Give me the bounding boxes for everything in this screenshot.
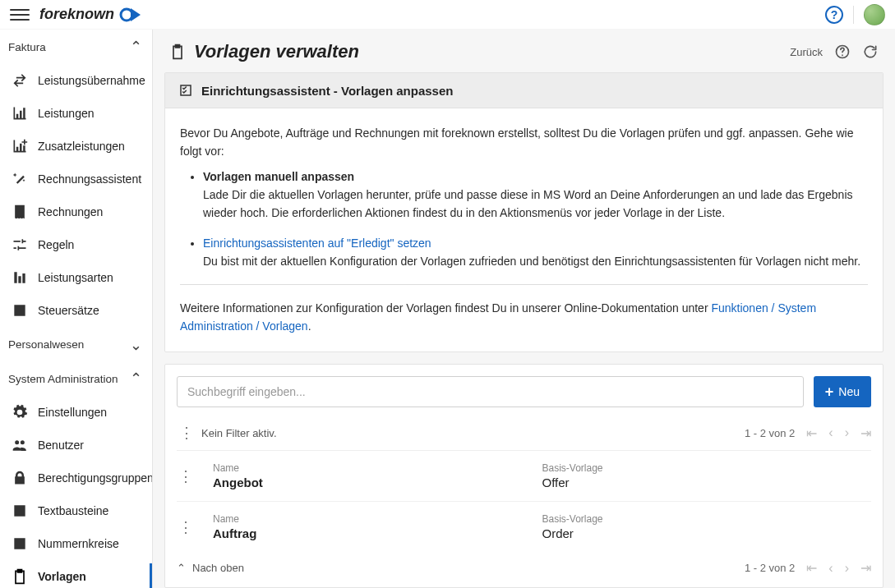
sidebar-item-label: Leistungen (38, 107, 95, 120)
chevron-up-icon: ⌃ (177, 562, 186, 574)
page-info: 1 - 2 von 2 (745, 562, 795, 574)
sidebar-item-label: Benutzer (38, 439, 84, 452)
plus-icon: + (825, 384, 834, 399)
avatar[interactable] (864, 4, 885, 25)
clipboard-icon (169, 44, 186, 60)
row-menu-button[interactable]: ⋮ (178, 467, 195, 485)
clipboard-icon (12, 568, 28, 585)
new-button[interactable]: + Neu (814, 376, 871, 407)
sidebar-item-leistungsarten[interactable]: Leistungsarten (0, 261, 152, 294)
filter-row: ⋮ Kein Filter aktiv. 1 - 2 von 2 ⇤ ‹ › ⇥ (177, 419, 871, 451)
sidebar-group-personalwesen[interactable]: Personalwesen ⌃ (0, 327, 152, 361)
wizard-bullet-title: Vorlagen manuell anpassen (203, 170, 354, 183)
sidebar-group-system-administration[interactable]: System Administration ⌃ (0, 361, 152, 396)
page-next-button[interactable]: › (845, 425, 849, 440)
number-icon (12, 535, 28, 552)
chevron-up-icon: ⌃ (130, 370, 142, 388)
row-base: Offer (542, 475, 872, 489)
sidebar-item-label: Einstellungen (38, 406, 107, 419)
template-list: ⋮ Name Angebot Basis-Vorlage Offer ⋮ Nam… (177, 451, 871, 552)
wizard-card-header: Einrichtungsassistent - Vorlagen anpasse… (165, 73, 883, 108)
sidebar-item-label: Berechtigungsgruppen (38, 471, 153, 485)
back-link[interactable]: Zurück (790, 46, 823, 58)
wizard-title: Einrichtungsassistent - Vorlagen anpasse… (201, 84, 453, 98)
percent-box-icon (12, 302, 28, 319)
row-base: Order (542, 526, 872, 540)
sidebar-item-einstellungen[interactable]: Einstellungen (0, 396, 152, 429)
text-icon (12, 503, 28, 519)
new-button-label: Neu (838, 385, 860, 398)
sidebar-group-faktura[interactable]: Faktura ⌃ (0, 30, 152, 64)
col-base-label: Basis-Vorlage (542, 462, 872, 474)
page-first-button[interactable]: ⇤ (806, 425, 817, 441)
topbar: foreknown ? (0, 0, 895, 30)
page-title: Vorlagen verwalten (194, 41, 359, 62)
search-input[interactable] (177, 376, 804, 407)
sidebar-item-label: Steuersätze (38, 304, 99, 317)
sidebar-item-zusatzleistungen[interactable]: Zusatzleistungen (0, 130, 152, 163)
row-name: Angebot (213, 475, 542, 489)
receipt-icon (12, 204, 28, 220)
refresh-icon[interactable] (862, 44, 879, 60)
filter-menu-button[interactable]: ⋮ (177, 424, 193, 442)
main: Vorlagen verwalten Zurück Einrichtungsas… (153, 30, 895, 588)
brand: foreknown (39, 6, 142, 23)
chevron-up-icon: ⌃ (130, 38, 142, 56)
wizard-intro: Bevor Du Angebote, Aufträge und Rechnung… (180, 125, 868, 160)
chevron-down-icon: ⌃ (130, 335, 142, 353)
table-row: ⋮ Name Angebot Basis-Vorlage Offer (177, 451, 871, 502)
sidebar-item-rechnungen[interactable]: Rechnungen (0, 195, 152, 228)
sidebar-item-label: Leistungsübernahme (38, 74, 145, 87)
wizard-bullet-body: Du bist mit der aktuellen Konfiguration … (203, 255, 860, 268)
sidebar: Faktura ⌃ Leistungsübernahme Leistungen … (0, 30, 153, 588)
sidebar-group-label: Personalwesen (8, 338, 84, 351)
sidebar-item-nummernkreise[interactable]: Nummernkreise (0, 527, 152, 560)
sidebar-item-label: Regeln (38, 238, 74, 251)
table-row: ⋮ Name Auftrag Basis-Vorlage Order (177, 502, 871, 552)
sidebar-item-rechnungsassistent[interactable]: Rechnungsassistent (0, 163, 152, 195)
tune-icon (12, 237, 28, 253)
page-prev-button[interactable]: ‹ (828, 425, 833, 440)
row-name: Auftrag (213, 526, 542, 540)
sidebar-item-label: Rechnungsassistent (38, 172, 141, 186)
sidebar-item-label: Nummernkreise (38, 537, 119, 550)
sidebar-item-berechtigungsgruppen[interactable]: Berechtigungsgruppen (0, 462, 152, 494)
users-icon (12, 437, 28, 453)
col-base-label: Basis-Vorlage (542, 513, 872, 525)
sidebar-item-textbausteine[interactable]: Textbausteine (0, 494, 152, 527)
sidebar-item-regeln[interactable]: Regeln (0, 228, 152, 261)
lock-icon (12, 470, 28, 486)
templates-list-card: + Neu ⋮ Kein Filter aktiv. 1 - 2 von 2 ⇤… (164, 364, 883, 588)
help-icon[interactable]: ? (825, 6, 843, 24)
swap-icon (12, 72, 28, 89)
page-info: 1 - 2 von 2 (745, 427, 795, 439)
gear-icon (12, 404, 28, 420)
wizard-footnote-pre: Weitere Informationen zur Konfiguration … (180, 301, 711, 315)
page-prev-button[interactable]: ‹ (828, 561, 833, 576)
col-name-label: Name (213, 513, 542, 525)
back-to-top-label: Nach oben (192, 562, 244, 574)
sidebar-item-label: Textbausteine (38, 504, 108, 517)
sidebar-item-leistungen[interactable]: Leistungen (0, 97, 152, 130)
help-icon[interactable] (834, 44, 851, 60)
back-to-top-button[interactable]: ⌃ Nach oben (177, 562, 244, 574)
page-first-button[interactable]: ⇤ (806, 560, 817, 576)
page-next-button[interactable]: › (845, 561, 849, 576)
sidebar-item-label: Vorlagen (38, 570, 86, 583)
page-header: Vorlagen verwalten Zurück (164, 39, 883, 64)
chart-icon (12, 105, 28, 122)
page-last-button[interactable]: ⇥ (860, 560, 871, 576)
list-footer: ⌃ Nach oben 1 - 2 von 2 ⇤ ‹ › ⇥ (177, 552, 871, 582)
sidebar-item-benutzer[interactable]: Benutzer (0, 429, 152, 462)
brand-logo-icon (119, 7, 142, 23)
wizard-done-link[interactable]: Einrichtungsassistenten auf "Erledigt" s… (203, 237, 431, 250)
filter-status: Kein Filter aktiv. (201, 427, 277, 439)
sidebar-item-leistungsuebernahme[interactable]: Leistungsübernahme (0, 64, 152, 97)
brand-name: foreknown (39, 6, 114, 23)
sidebar-item-vorlagen[interactable]: Vorlagen (0, 560, 152, 588)
menu-toggle-button[interactable] (10, 5, 30, 25)
row-menu-button[interactable]: ⋮ (178, 518, 195, 536)
page-last-button[interactable]: ⇥ (860, 425, 871, 441)
chart-plus-icon (12, 138, 28, 154)
sidebar-item-steuersaetze[interactable]: Steuersätze (0, 294, 152, 327)
